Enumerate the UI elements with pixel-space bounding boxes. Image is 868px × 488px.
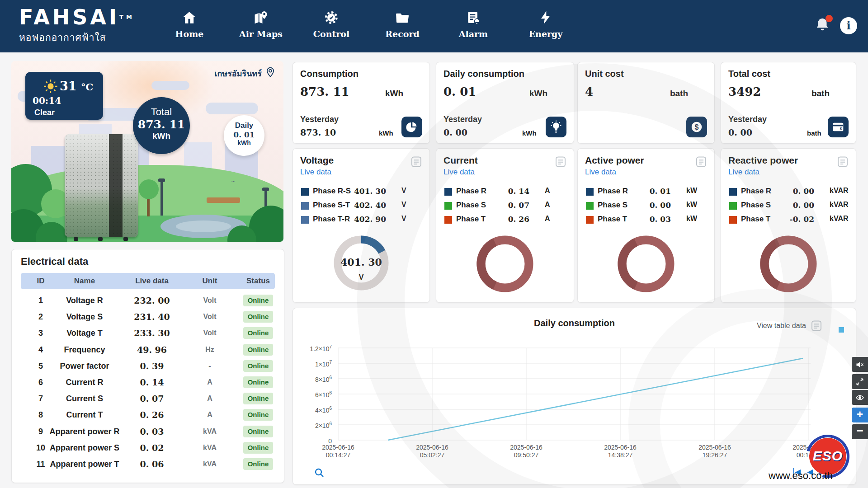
brand-logo[interactable]: FAHSAITM หอฟอกอากาศฟ้าใส [19, 5, 135, 45]
table-row: 8Current T0. 26AOnline [21, 407, 275, 423]
report-note-icon[interactable] [810, 319, 823, 333]
status-badge: Online [243, 327, 273, 339]
zoom-in-button[interactable]: + [852, 408, 868, 422]
total-value: 873. 11 [133, 118, 190, 131]
report-note-icon[interactable] [554, 155, 567, 169]
daily-consumption-circle: Daily 0. 01 kWh [224, 115, 264, 156]
air-purifier-tower [65, 134, 138, 237]
card-value: 0. 01 [443, 85, 476, 99]
cell-name: Voltage S [66, 309, 103, 325]
lamp-post [160, 182, 163, 216]
tower-foot [98, 237, 103, 241]
eso-website-link[interactable]: www.eso.co.th [769, 470, 859, 482]
legend-square [301, 202, 309, 210]
phase-value: 0. 07 [490, 201, 529, 210]
visibility-button[interactable] [852, 390, 868, 405]
legend-square [444, 202, 452, 210]
fullscreen-button[interactable] [852, 374, 868, 389]
table-row: 4Frequency49. 96HzOnline [21, 342, 275, 358]
report-note-icon[interactable] [410, 155, 423, 169]
cell-id: 2 [38, 309, 43, 325]
card-title: Voltage [300, 155, 334, 166]
report-note-icon[interactable] [836, 155, 849, 169]
daily-consumption-card: Daily consumption 0. 01 kWh Yesterday 0.… [436, 62, 574, 144]
live-data-link[interactable]: Live data [443, 168, 475, 177]
hero-illustration: ~ ~ 31 °C 00:14 Clear Total 873. 11 kWh [11, 61, 283, 242]
phase-unit: kW [686, 201, 697, 209]
notification-badge-dot [826, 15, 833, 22]
table-row: 9Apparent power R0. 03kVAOnline [21, 423, 275, 440]
nav-item-alarm[interactable]: Alarm [459, 10, 488, 39]
cell-id: 8 [38, 407, 43, 423]
top-navbar: FAHSAITM หอฟอกอากาศฟ้าใส Home Air Maps C… [0, 0, 868, 52]
nav-item-control[interactable]: Control [313, 10, 349, 39]
live-data-link[interactable]: Live data [728, 168, 760, 177]
cell-unit: kVA [203, 423, 217, 440]
yesterday-unit: kWh [379, 129, 393, 137]
col-live-data: Live data [135, 273, 169, 289]
nav-item-record[interactable]: Record [385, 10, 419, 39]
weather-temperature: 31 °C [60, 79, 93, 93]
info-icon[interactable]: i [840, 17, 857, 34]
active-power-donut [612, 230, 680, 298]
voltage-card: Voltage Live data Phase R-S401. 30V Phas… [292, 148, 430, 303]
cell-live-data: 231. 40 [134, 309, 170, 325]
alarm-list-bell-icon [459, 10, 488, 25]
cell-id: 10 [36, 440, 45, 456]
line-chart-plot [316, 342, 817, 446]
phase-label: Phase R-S [313, 187, 351, 196]
cloud [151, 81, 189, 90]
table-row: 6Current R0. 14AOnline [21, 374, 275, 390]
y-tick: 2×10 [315, 422, 330, 429]
total-label: Total [133, 106, 190, 118]
zoom-out-button[interactable]: − [852, 424, 868, 439]
cell-unit: A [207, 390, 212, 407]
total-unit: kWh [133, 131, 190, 141]
yesterday-value: 873. 10 [300, 127, 336, 137]
svg-text:$: $ [840, 127, 842, 131]
legend-square [444, 216, 452, 224]
y-tick: 1×10 [315, 361, 330, 368]
weather-condition: Clear [34, 108, 55, 117]
phase-label: Phase T-R [313, 215, 350, 224]
site-location: เกษรอัมรินทร์ [214, 66, 276, 80]
brand-name: FAHSAITM [19, 5, 135, 29]
phase-value: 401. 30 [346, 187, 386, 196]
table-row: 1Voltage R232. 00VoltOnline [21, 292, 275, 309]
map-pin-icon [239, 10, 283, 25]
report-note-icon[interactable] [694, 155, 708, 169]
home-icon [175, 10, 204, 25]
cell-unit: - [208, 358, 211, 374]
yesterday-label: Yesterday [300, 115, 339, 124]
daily-unit: kWh [224, 139, 264, 146]
view-table-data-button[interactable]: View table data [757, 322, 806, 330]
mute-button[interactable] [852, 357, 868, 372]
notifications-bell-icon[interactable] [814, 16, 832, 34]
card-title: Daily consumption [443, 69, 524, 79]
chart-zoom-search-icon[interactable] [314, 467, 325, 478]
location-pin-icon[interactable] [264, 66, 276, 80]
phase-value: 0. 03 [631, 215, 671, 224]
eso-logo-text: ESO [809, 438, 846, 475]
table-row: 2Voltage S231. 40VoltOnline [21, 309, 275, 325]
unit-cost-card: Unit cost 4 bath $ [577, 62, 715, 144]
cell-live-data: 49. 96 [137, 342, 167, 358]
weather-widget: 31 °C 00:14 Clear [25, 72, 103, 120]
cell-live-data: 233. 30 [134, 325, 170, 341]
live-data-link[interactable]: Live data [585, 168, 616, 177]
cell-name: Apparent power S [50, 440, 119, 456]
yesterday-value: 0. 00 [728, 127, 752, 137]
col-unit: Unit [202, 273, 217, 289]
live-data-link[interactable]: Live data [300, 168, 331, 177]
nav-item-air-maps[interactable]: Air Maps [239, 10, 283, 39]
dashboard-page: FAHSAITM หอฟอกอากาศฟ้าใส Home Air Maps C… [0, 0, 868, 488]
status-badge: Online [243, 409, 273, 421]
nav-item-home[interactable]: Home [175, 10, 204, 39]
cell-unit: A [207, 407, 212, 423]
phase-value: 0. 00 [774, 187, 814, 196]
legend-square [729, 202, 737, 210]
location-label: เกษรอัมรินทร์ [214, 67, 262, 80]
table-row: 11Apparent power T0. 06kVAOnline [21, 456, 275, 472]
nav-item-energy[interactable]: Energy [529, 10, 563, 39]
cell-live-data: 0. 14 [140, 374, 164, 390]
